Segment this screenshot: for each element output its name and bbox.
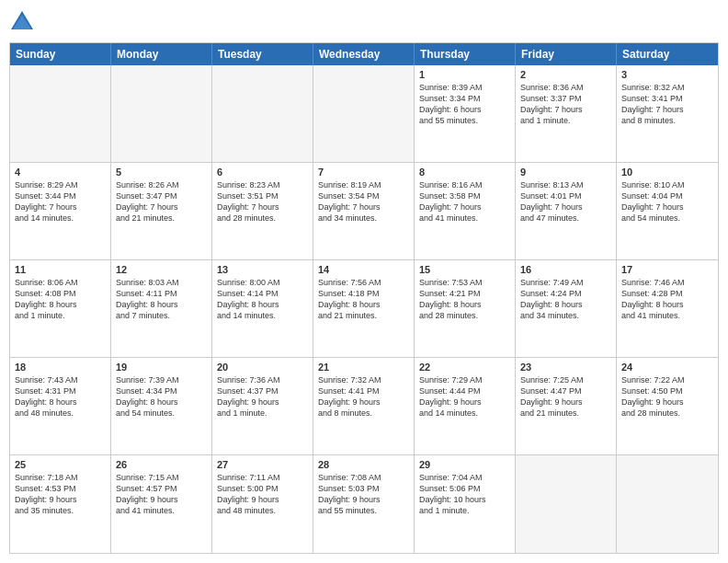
day-info: Sunrise: 8:16 AM Sunset: 3:58 PM Dayligh… (419, 179, 510, 224)
calendar-cell: 28Sunrise: 7:08 AM Sunset: 5:03 PM Dayli… (313, 455, 415, 553)
day-number: 19 (116, 362, 207, 373)
day-header-thursday: Thursday (415, 43, 516, 65)
logo-icon (9, 9, 35, 35)
calendar-cell: 22Sunrise: 7:29 AM Sunset: 4:44 PM Dayli… (415, 358, 516, 454)
day-number: 15 (419, 264, 510, 275)
day-number: 20 (217, 362, 308, 373)
day-info: Sunrise: 7:11 AM Sunset: 5:00 PM Dayligh… (217, 472, 308, 517)
calendar-cell: 21Sunrise: 7:32 AM Sunset: 4:41 PM Dayli… (313, 358, 415, 454)
calendar-cell: 23Sunrise: 7:25 AM Sunset: 4:47 PM Dayli… (516, 358, 617, 454)
day-info: Sunrise: 8:23 AM Sunset: 3:51 PM Dayligh… (217, 179, 308, 224)
day-info: Sunrise: 7:22 AM Sunset: 4:50 PM Dayligh… (621, 374, 713, 419)
calendar-cell: 7Sunrise: 8:19 AM Sunset: 3:54 PM Daylig… (313, 163, 415, 259)
calendar-cell: 10Sunrise: 8:10 AM Sunset: 4:04 PM Dayli… (617, 163, 718, 259)
day-header-saturday: Saturday (617, 43, 718, 65)
calendar-cell: 5Sunrise: 8:26 AM Sunset: 3:47 PM Daylig… (111, 163, 212, 259)
day-info: Sunrise: 8:06 AM Sunset: 4:08 PM Dayligh… (15, 277, 106, 322)
day-number: 11 (15, 264, 106, 275)
day-number: 28 (318, 459, 409, 470)
calendar-cell: 25Sunrise: 7:18 AM Sunset: 4:53 PM Dayli… (10, 455, 111, 553)
day-number: 1 (419, 69, 510, 80)
logo (9, 9, 39, 35)
calendar-row-0: 1Sunrise: 8:39 AM Sunset: 3:34 PM Daylig… (10, 65, 718, 163)
calendar-cell (111, 65, 212, 162)
header (9, 9, 719, 35)
day-info: Sunrise: 7:49 AM Sunset: 4:24 PM Dayligh… (520, 277, 611, 322)
day-number: 17 (621, 264, 713, 275)
day-number: 7 (318, 167, 409, 178)
calendar-cell: 16Sunrise: 7:49 AM Sunset: 4:24 PM Dayli… (516, 260, 617, 357)
day-info: Sunrise: 7:56 AM Sunset: 4:18 PM Dayligh… (318, 277, 409, 322)
calendar-row-3: 18Sunrise: 7:43 AM Sunset: 4:31 PM Dayli… (10, 358, 718, 455)
day-number: 26 (116, 459, 207, 470)
day-info: Sunrise: 7:18 AM Sunset: 4:53 PM Dayligh… (15, 472, 106, 517)
day-info: Sunrise: 7:08 AM Sunset: 5:03 PM Dayligh… (318, 472, 409, 517)
calendar-cell: 12Sunrise: 8:03 AM Sunset: 4:11 PM Dayli… (111, 260, 212, 357)
day-number: 21 (318, 362, 409, 373)
day-info: Sunrise: 7:46 AM Sunset: 4:28 PM Dayligh… (621, 277, 713, 322)
day-number: 10 (621, 167, 713, 178)
day-header-tuesday: Tuesday (212, 43, 313, 65)
day-info: Sunrise: 7:25 AM Sunset: 4:47 PM Dayligh… (520, 374, 611, 419)
day-number: 12 (116, 264, 207, 275)
day-number: 6 (217, 167, 308, 178)
calendar-cell (617, 455, 718, 553)
calendar-cell: 27Sunrise: 7:11 AM Sunset: 5:00 PM Dayli… (212, 455, 313, 553)
day-number: 18 (15, 362, 106, 373)
day-number: 4 (15, 167, 106, 178)
calendar-cell: 14Sunrise: 7:56 AM Sunset: 4:18 PM Dayli… (313, 260, 415, 357)
calendar-cell: 15Sunrise: 7:53 AM Sunset: 4:21 PM Dayli… (415, 260, 516, 357)
day-header-monday: Monday (111, 43, 212, 65)
calendar-cell: 20Sunrise: 7:36 AM Sunset: 4:37 PM Dayli… (212, 358, 313, 454)
calendar-row-2: 11Sunrise: 8:06 AM Sunset: 4:08 PM Dayli… (10, 260, 718, 358)
calendar-grid: 1Sunrise: 8:39 AM Sunset: 3:34 PM Daylig… (10, 65, 718, 553)
calendar-cell: 26Sunrise: 7:15 AM Sunset: 4:57 PM Dayli… (111, 455, 212, 553)
day-number: 27 (217, 459, 308, 470)
day-number: 8 (419, 167, 510, 178)
day-info: Sunrise: 8:36 AM Sunset: 3:37 PM Dayligh… (520, 82, 611, 127)
calendar-cell: 8Sunrise: 8:16 AM Sunset: 3:58 PM Daylig… (415, 163, 516, 259)
day-number: 13 (217, 264, 308, 275)
day-header-sunday: Sunday (10, 43, 111, 65)
day-number: 16 (520, 264, 611, 275)
calendar-row-4: 25Sunrise: 7:18 AM Sunset: 4:53 PM Dayli… (10, 455, 718, 553)
day-number: 22 (419, 362, 510, 373)
day-number: 29 (419, 459, 510, 470)
day-info: Sunrise: 7:36 AM Sunset: 4:37 PM Dayligh… (217, 374, 308, 419)
calendar-cell (212, 65, 313, 162)
day-number: 3 (621, 69, 713, 80)
day-info: Sunrise: 8:26 AM Sunset: 3:47 PM Dayligh… (116, 179, 207, 224)
day-number: 24 (621, 362, 713, 373)
day-info: Sunrise: 7:15 AM Sunset: 4:57 PM Dayligh… (116, 472, 207, 517)
calendar-cell: 3Sunrise: 8:32 AM Sunset: 3:41 PM Daylig… (617, 65, 718, 162)
day-headers: SundayMondayTuesdayWednesdayThursdayFrid… (10, 43, 718, 65)
day-info: Sunrise: 7:39 AM Sunset: 4:34 PM Dayligh… (116, 374, 207, 419)
calendar-cell: 1Sunrise: 8:39 AM Sunset: 3:34 PM Daylig… (415, 65, 516, 162)
day-info: Sunrise: 8:39 AM Sunset: 3:34 PM Dayligh… (419, 82, 510, 127)
day-info: Sunrise: 8:29 AM Sunset: 3:44 PM Dayligh… (15, 179, 106, 224)
calendar-row-1: 4Sunrise: 8:29 AM Sunset: 3:44 PM Daylig… (10, 163, 718, 260)
day-header-wednesday: Wednesday (313, 43, 415, 65)
calendar-cell: 6Sunrise: 8:23 AM Sunset: 3:51 PM Daylig… (212, 163, 313, 259)
calendar-cell (516, 455, 617, 553)
day-info: Sunrise: 8:10 AM Sunset: 4:04 PM Dayligh… (621, 179, 713, 224)
calendar-cell: 29Sunrise: 7:04 AM Sunset: 5:06 PM Dayli… (415, 455, 516, 553)
day-number: 23 (520, 362, 611, 373)
calendar-cell (10, 65, 111, 162)
calendar-cell: 19Sunrise: 7:39 AM Sunset: 4:34 PM Dayli… (111, 358, 212, 454)
day-info: Sunrise: 8:03 AM Sunset: 4:11 PM Dayligh… (116, 277, 207, 322)
day-info: Sunrise: 8:00 AM Sunset: 4:14 PM Dayligh… (217, 277, 308, 322)
day-info: Sunrise: 8:32 AM Sunset: 3:41 PM Dayligh… (621, 82, 713, 127)
day-info: Sunrise: 8:13 AM Sunset: 4:01 PM Dayligh… (520, 179, 611, 224)
calendar-cell: 11Sunrise: 8:06 AM Sunset: 4:08 PM Dayli… (10, 260, 111, 357)
calendar-cell: 2Sunrise: 8:36 AM Sunset: 3:37 PM Daylig… (516, 65, 617, 162)
day-info: Sunrise: 7:04 AM Sunset: 5:06 PM Dayligh… (419, 472, 510, 517)
calendar: SundayMondayTuesdayWednesdayThursdayFrid… (9, 42, 719, 554)
day-number: 5 (116, 167, 207, 178)
day-info: Sunrise: 7:29 AM Sunset: 4:44 PM Dayligh… (419, 374, 510, 419)
day-number: 9 (520, 167, 611, 178)
calendar-cell: 17Sunrise: 7:46 AM Sunset: 4:28 PM Dayli… (617, 260, 718, 357)
day-info: Sunrise: 7:32 AM Sunset: 4:41 PM Dayligh… (318, 374, 409, 419)
day-number: 2 (520, 69, 611, 80)
day-number: 14 (318, 264, 409, 275)
